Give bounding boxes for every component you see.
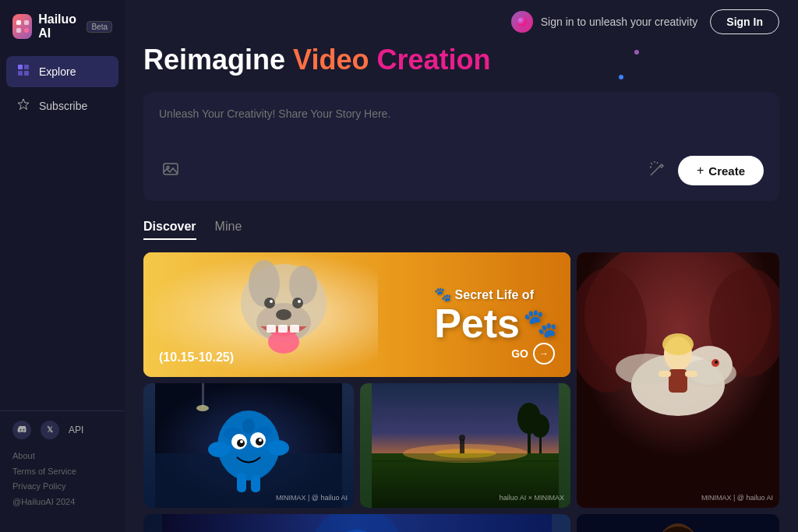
svg-rect-41 — [659, 371, 671, 377]
gallery-item-field[interactable]: hailuo AI × MINIMAX — [360, 383, 570, 508]
magic-wand-button[interactable] — [645, 157, 669, 185]
tab-discover[interactable]: Discover — [143, 220, 196, 240]
sidebar-footer: 𝕏 API About Terms of Service Privacy Pol… — [0, 410, 125, 520]
promo-text: Sign in to unleash your creativity — [541, 16, 698, 28]
banner-date: (10.15-10.25) — [159, 351, 234, 365]
create-box: + Create — [143, 92, 779, 201]
footer-copyright: @HailuoAI 2024 — [12, 495, 112, 510]
banner-go[interactable]: GO → — [511, 343, 555, 365]
gallery-item-portrait[interactable] — [577, 514, 779, 532]
gallery-item-blue-monster[interactable]: MINIMAX | @ hailuo AI — [143, 383, 354, 508]
sign-in-button[interactable]: Sign In — [710, 9, 779, 34]
svg-point-8 — [517, 17, 527, 26]
go-arrow-icon: → — [533, 343, 555, 365]
portrait-art — [577, 514, 779, 532]
svg-line-13 — [650, 167, 651, 167]
watermark-text: MINIMAX | @ hailuo AI — [701, 494, 773, 502]
banner-text: 🐾 Secret Life of Pets 🐾 — [434, 286, 558, 344]
beta-badge: Beta — [87, 21, 112, 33]
paw-icon: 🐾 — [434, 287, 451, 302]
twitter-x-icon[interactable]: 𝕏 — [41, 421, 59, 439]
tab-mine[interactable]: Mine — [215, 220, 242, 240]
gallery-item-abstract[interactable] — [143, 514, 570, 532]
gallery-grid: 🐾 Secret Life of Pets 🐾 (10.15-10.25) GO… — [143, 252, 779, 508]
dragon-boy-watermark: MINIMAX | @ hailuo AI — [701, 494, 773, 502]
svg-point-50 — [242, 418, 255, 434]
create-button[interactable]: + Create — [678, 156, 764, 185]
api-label: API — [69, 425, 83, 435]
svg-point-55 — [240, 440, 243, 443]
header-promo: Sign in to unleash your creativity — [511, 11, 698, 33]
api-link[interactable]: API — [69, 421, 83, 439]
svg-point-66 — [531, 414, 549, 438]
svg-point-70 — [459, 435, 465, 441]
svg-point-60 — [267, 440, 289, 456]
decorative-dot-3 — [619, 75, 623, 79]
tabs: Discover Mine — [143, 220, 779, 240]
svg-rect-0 — [16, 20, 21, 25]
svg-rect-45 — [202, 383, 204, 407]
subscribe-label: Subscribe — [39, 100, 87, 112]
gallery-banner[interactable]: 🐾 Secret Life of Pets 🐾 (10.15-10.25) GO… — [143, 252, 570, 377]
svg-rect-58 — [251, 475, 260, 492]
logo-area: Hailuo AI Beta — [0, 12, 125, 56]
image-upload-button[interactable] — [159, 157, 182, 185]
app-name: Hailuo AI — [38, 12, 80, 41]
banner-title-line1: Secret Life of — [455, 288, 534, 301]
svg-rect-22 — [290, 325, 299, 333]
hero-title-video: Video — [293, 44, 369, 76]
svg-rect-69 — [460, 439, 464, 453]
footer-terms[interactable]: Terms of Service — [12, 464, 112, 480]
footer-links: About Terms of Service Privacy Policy @H… — [12, 449, 112, 510]
svg-point-27 — [276, 309, 291, 320]
field-art — [360, 383, 570, 508]
svg-point-23 — [264, 298, 275, 308]
go-label: GO — [511, 347, 528, 360]
svg-rect-5 — [24, 65, 29, 69]
svg-rect-21 — [278, 325, 288, 333]
svg-point-16 — [249, 260, 280, 307]
svg-rect-20 — [267, 325, 276, 333]
sidebar-item-explore[interactable]: Explore — [6, 56, 118, 87]
prompt-input[interactable] — [159, 107, 764, 146]
svg-point-19 — [268, 330, 299, 354]
svg-rect-40 — [669, 369, 687, 393]
svg-rect-4 — [18, 65, 23, 69]
blue-monster-watermark: MINIMAX | @ hailuo AI — [276, 494, 348, 502]
footer-privacy[interactable]: Privacy Policy — [12, 479, 112, 495]
svg-rect-7 — [24, 71, 29, 76]
blue-monster-art — [143, 383, 354, 508]
create-button-prefix: + — [697, 164, 704, 178]
hero-title: Reimagine Video Creation — [143, 44, 779, 76]
create-left-icons — [159, 157, 182, 185]
svg-point-46 — [196, 405, 209, 411]
gallery-item-dragon-boy[interactable]: MINIMAX | @ hailuo AI — [577, 252, 779, 508]
svg-rect-2 — [16, 28, 21, 33]
discord-icon[interactable] — [12, 421, 31, 439]
sidebar-item-subscribe[interactable]: Subscribe — [6, 90, 118, 122]
svg-line-12 — [657, 162, 658, 164]
create-actions: + Create — [159, 156, 764, 185]
field-watermark: hailuo AI × MINIMAX — [500, 494, 564, 502]
create-button-label: Create — [708, 164, 745, 178]
banner-dot-paw: 🐾 — [523, 309, 558, 337]
explore-icon — [16, 64, 31, 79]
banner-title-line2: Pets — [434, 303, 520, 344]
svg-point-3 — [24, 28, 29, 33]
svg-point-39 — [662, 333, 694, 355]
page-body: Reimagine Video Creation — [125, 44, 798, 532]
svg-rect-1 — [24, 20, 29, 25]
svg-point-10 — [167, 166, 169, 168]
promo-icon — [511, 11, 533, 33]
svg-rect-6 — [18, 71, 23, 76]
decorative-dot-2 — [634, 50, 639, 55]
footer-about[interactable]: About — [12, 449, 112, 464]
gallery-row-2 — [143, 514, 779, 532]
watermark-text: MINIMAX | @ hailuo AI — [276, 494, 348, 502]
explore-label: Explore — [39, 65, 76, 78]
subscribe-icon — [16, 98, 31, 114]
svg-point-68 — [434, 449, 496, 458]
svg-point-24 — [292, 298, 303, 308]
header: Sign in to unleash your creativity Sign … — [125, 0, 798, 44]
svg-rect-42 — [685, 371, 697, 377]
